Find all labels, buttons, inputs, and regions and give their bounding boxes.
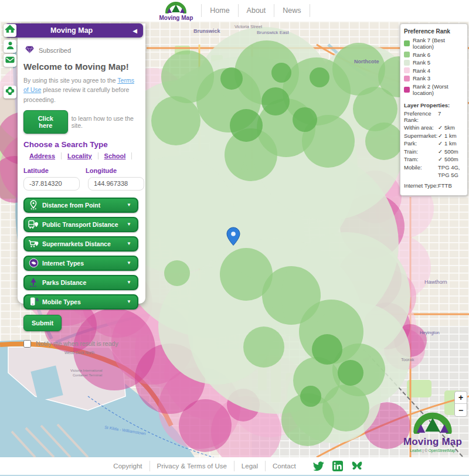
check-icon: ✓: [438, 156, 443, 162]
layer-properties-title: Layer Properties:: [404, 102, 464, 108]
layer-prop-label: Supermarket:: [404, 132, 438, 139]
layer-prop-row: Tram: ✓500m: [404, 156, 464, 162]
search-type-links: Address Locality School: [23, 152, 140, 159]
terms-text-before: By using this site you agree to the: [23, 77, 117, 84]
layer-prop-row: Supermarket: ✓1 km: [404, 132, 464, 139]
zoom-out-button[interactable]: −: [455, 404, 467, 416]
legend-item-label: Rank 4: [413, 67, 430, 74]
home-rail-button[interactable]: [4, 24, 16, 37]
longitude-input[interactable]: [88, 177, 144, 191]
layer-prop-value: 1 km: [444, 140, 457, 147]
map-label-victoria-street: Victoria Street: [235, 24, 263, 29]
rank6-swatch: [404, 52, 410, 57]
footer-contact-link[interactable]: Contact: [266, 461, 303, 471]
accordion-internet-types[interactable]: Internet Types ▼: [23, 256, 138, 271]
attribution-separator: | ©: [422, 448, 429, 453]
layer-prop-row: Preference Rank: 7: [404, 110, 464, 123]
layer-prop-value: 5km: [444, 124, 455, 131]
click-here-button[interactable]: Click here: [23, 110, 68, 134]
rank2-swatch: [404, 87, 410, 93]
footer-privacy-link[interactable]: Privacy & Terms of Use: [150, 461, 235, 471]
check-icon: ✓: [438, 140, 443, 147]
notify-checkbox[interactable]: [23, 340, 31, 348]
chevron-down-icon: ▼: [127, 241, 131, 246]
nav-news[interactable]: News: [274, 4, 310, 17]
layer-prop-value: 7: [438, 110, 441, 123]
legend-item: Rank 7 (Best location): [404, 37, 464, 50]
accordion-mobile-types[interactable]: Mobile Types ▼: [23, 294, 138, 310]
layer-prop-label: Tram:: [404, 156, 438, 162]
subscribed-label: Subscribed: [39, 47, 71, 54]
chevron-down-icon: ▼: [127, 202, 131, 208]
park-tree-icon: [25, 277, 42, 287]
nav-home[interactable]: Home: [201, 4, 238, 17]
latitude-input[interactable]: [23, 177, 80, 191]
map-canvas[interactable]: Brunswick Victoria Street Brunswick East…: [0, 21, 469, 457]
app-logo[interactable]: Moving Map: [159, 1, 193, 21]
layer-prop-row: Within area: ✓5km: [404, 124, 464, 131]
search-type-locality[interactable]: Locality: [62, 152, 98, 159]
accordion-label: Internet Types: [42, 260, 127, 267]
messages-rail-button[interactable]: [4, 54, 16, 67]
sidebar-header[interactable]: Moving Map ◀: [5, 23, 143, 38]
accordion-public-transport[interactable]: Public Transport Distance ▼: [23, 217, 138, 232]
legend-item: Rank 6: [404, 52, 464, 58]
nav-about[interactable]: About: [239, 4, 275, 17]
moving-map-logo-icon: [165, 1, 187, 16]
longitude-label: Longitude: [86, 167, 140, 174]
search-type-school[interactable]: School: [98, 152, 132, 159]
search-type-address[interactable]: Address: [23, 152, 62, 159]
footer-legal-link[interactable]: Legal: [235, 461, 266, 471]
legend-item-label: Rank 5: [413, 59, 430, 66]
settings-rail-button[interactable]: [4, 86, 16, 98]
accordion-parks-distance[interactable]: Parks Distance ▼: [23, 275, 138, 290]
butterfly-icon[interactable]: [351, 461, 363, 471]
map-label-toorak: Toorak: [401, 357, 414, 362]
layer-prop-value: TPG 5G: [438, 172, 458, 178]
twitter-icon[interactable]: [312, 461, 324, 471]
linkedin-icon[interactable]: [332, 461, 343, 471]
legend-title: Preference Rank: [404, 28, 464, 35]
submit-button[interactable]: Submit: [23, 315, 62, 331]
legend-item: Rank 3: [404, 75, 464, 81]
legend-panel: Preference Rank Rank 7 (Best location) R…: [400, 23, 468, 196]
check-icon: ✓: [438, 148, 443, 155]
leaflet-link[interactable]: Leaflet: [410, 448, 422, 453]
accordion-label: Public Transport Distance: [42, 221, 127, 228]
footer-copyright-link[interactable]: Copyright: [106, 461, 149, 471]
legend-item: Rank 4: [404, 67, 464, 74]
osm-link[interactable]: OpenStreetMap: [429, 448, 456, 453]
latitude-label: Latitude: [23, 167, 77, 174]
accordion-label: Supermarkets Distance: [42, 240, 127, 247]
chevron-down-icon: ▼: [127, 280, 131, 285]
mail-icon: [5, 55, 15, 66]
accordion-distance-from-point[interactable]: Distance from Point ▼: [23, 198, 138, 213]
layer-prop-label: Park:: [404, 140, 438, 147]
top-navigation: Home About News: [201, 3, 310, 18]
map-label-northcote: Northcote: [354, 59, 379, 64]
legend-item-label: Rank 6: [413, 52, 430, 58]
chevron-down-icon: ▼: [127, 260, 131, 266]
layer-prop-value: FTTB: [438, 182, 452, 189]
legend-item: Rank 2 (Worst location): [404, 83, 464, 96]
layer-prop-value: 500m: [444, 156, 458, 162]
sidebar-panel: Subscribed Welcome to Moving Map! By usi…: [18, 23, 145, 304]
page-footer: Copyright Privacy & Terms of Use Legal C…: [0, 457, 469, 476]
rank3-swatch: [404, 76, 410, 81]
layer-prop-label: Preference Rank:: [404, 110, 438, 123]
top-header: Moving Map Home About News: [0, 0, 469, 21]
rank7-swatch: [404, 40, 410, 46]
welcome-title: Welcome to Moving Map!: [23, 62, 140, 72]
zoom-in-button[interactable]: +: [455, 392, 467, 404]
check-icon: ✓: [438, 124, 443, 131]
collapse-panel-icon[interactable]: ◀: [132, 28, 137, 34]
profile-rail-button[interactable]: [4, 40, 16, 53]
layer-prop-label: Mobile:: [404, 164, 438, 171]
layer-prop-row: TPG 5G: [404, 172, 464, 178]
pin-icon: [25, 200, 42, 210]
bus-pin-icon: [25, 220, 42, 229]
layer-prop-row: Train: ✓500m: [404, 148, 464, 155]
map-label-heyington: Heyington: [420, 330, 440, 335]
accordion-supermarkets[interactable]: Supermarkets Distance ▼: [23, 236, 138, 251]
map-label-brunswick-east: Brunswick East: [257, 30, 289, 35]
